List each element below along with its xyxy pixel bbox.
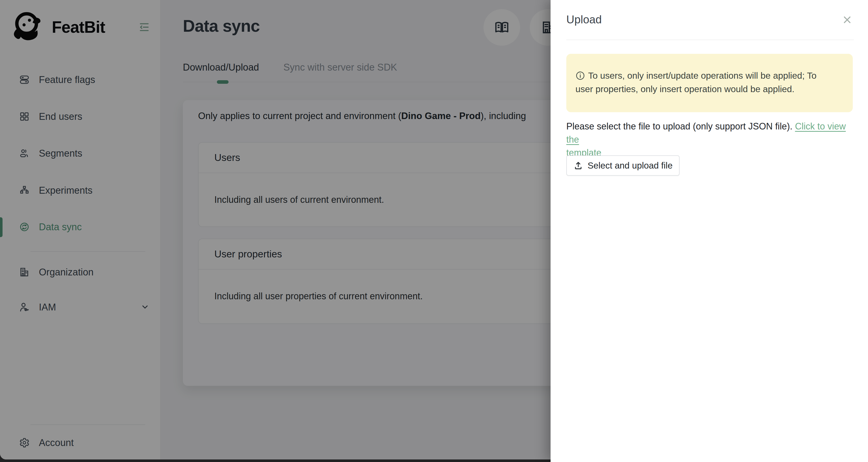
upload-drawer: Upload To users, only insert/update oper…: [551, 0, 868, 462]
screen: FeatBit Feature flags: [0, 0, 868, 462]
close-button[interactable]: [842, 14, 854, 26]
close-icon: [842, 14, 854, 25]
drawer-header-divider: [566, 40, 854, 40]
upload-info-alert: To users, only insert/update operations …: [566, 54, 853, 112]
upload-icon: [574, 161, 583, 170]
upload-instruction: Please select the file to upload (only s…: [566, 120, 861, 159]
drawer-title: Upload: [566, 13, 601, 26]
instruction-text: Please select the file to upload (only s…: [566, 121, 792, 131]
select-upload-file-button[interactable]: Select and upload file: [566, 155, 680, 176]
alert-text-line2: user properties, only insert operation w…: [576, 84, 794, 94]
upload-button-label: Select and upload file: [588, 160, 673, 171]
info-circle-icon: [576, 71, 585, 80]
alert-text-line1: To users, only insert/update operations …: [588, 71, 816, 81]
